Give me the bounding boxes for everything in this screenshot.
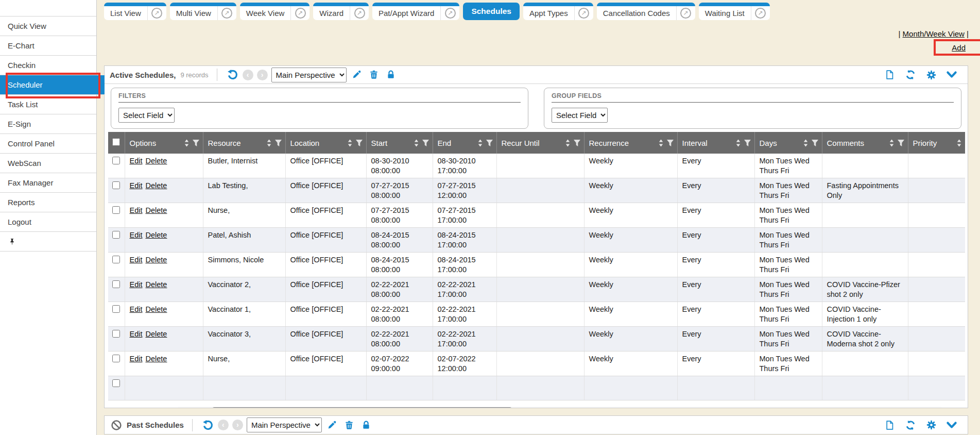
sort-icon[interactable] — [956, 139, 962, 147]
gear-icon[interactable] — [924, 419, 938, 431]
filter-icon[interactable] — [573, 139, 581, 147]
edit-perspective-icon[interactable] — [350, 69, 364, 81]
pin-icon[interactable] — [8, 236, 16, 247]
edit-link[interactable]: Edit — [130, 305, 143, 313]
column-header-interval[interactable]: Interval — [677, 132, 754, 154]
group-field-select[interactable]: Select Field — [552, 108, 608, 123]
tab-appt-types[interactable]: Appt Types↗ — [523, 3, 593, 20]
filters-field-select[interactable]: Select Field — [118, 108, 175, 123]
delete-link[interactable]: Delete — [146, 206, 167, 214]
edit-link[interactable]: Edit — [130, 330, 143, 338]
open-new-window-icon[interactable]: ↗ — [218, 8, 236, 19]
delete-perspective-icon[interactable] — [342, 419, 356, 431]
new-document-icon[interactable] — [883, 419, 897, 431]
row-checkbox[interactable] — [112, 280, 120, 288]
sort-icon[interactable] — [184, 139, 190, 147]
sidebar-item-e-sign[interactable]: E-Sign — [0, 114, 96, 134]
open-new-window-icon[interactable]: ↗ — [677, 8, 695, 19]
lock-icon[interactable] — [384, 69, 398, 81]
open-new-window-icon[interactable]: ↗ — [751, 8, 770, 19]
column-header-priority[interactable]: Priority — [908, 132, 965, 154]
row-checkbox[interactable] — [112, 256, 120, 263]
sort-icon[interactable] — [565, 139, 571, 147]
delete-link[interactable]: Delete — [146, 181, 167, 190]
edit-link[interactable]: Edit — [130, 157, 143, 165]
column-header-days[interactable]: Days — [754, 132, 822, 154]
filter-icon[interactable] — [744, 139, 751, 147]
sort-icon[interactable] — [477, 139, 483, 147]
filter-icon[interactable] — [422, 139, 429, 147]
next-page-icon[interactable]: › — [232, 420, 243, 430]
sidebar-item-quick-view[interactable]: Quick View — [0, 16, 96, 36]
column-header-recurrence[interactable]: Recurrence — [584, 132, 677, 154]
undo-icon[interactable] — [226, 69, 239, 81]
column-header-recur-until[interactable]: Recur Until — [496, 132, 584, 154]
row-checkbox[interactable] — [112, 181, 120, 189]
row-checkbox[interactable] — [112, 157, 120, 164]
scrollbar-thumb[interactable] — [211, 407, 513, 409]
prev-page-icon[interactable]: ‹ — [218, 420, 229, 430]
sort-icon[interactable] — [889, 139, 895, 147]
filter-icon[interactable] — [897, 139, 905, 147]
prev-page-icon[interactable]: ‹ — [243, 70, 253, 80]
filter-icon[interactable] — [355, 139, 363, 147]
column-header-start[interactable]: Start — [366, 132, 433, 154]
tab-wizard[interactable]: Wizard↗ — [313, 3, 369, 20]
sidebar-item-control-panel[interactable]: Control Panel — [0, 134, 96, 154]
scroll-left-icon[interactable]: ◄ — [167, 407, 174, 409]
filter-icon[interactable] — [192, 139, 200, 147]
sidebar-item-reports[interactable]: Reports — [0, 193, 96, 212]
tab-waiting-list[interactable]: Waiting List↗ — [699, 3, 770, 20]
sidebar-item-checkin[interactable]: Checkin — [0, 56, 96, 75]
column-header-options[interactable]: Options — [125, 132, 203, 154]
delete-link[interactable]: Delete — [146, 256, 167, 264]
tab-pat-appt-wizard[interactable]: Pat/Appt Wizard↗ — [372, 3, 459, 20]
edit-link[interactable]: Edit — [130, 256, 143, 264]
column-header-resource[interactable]: Resource — [203, 132, 285, 154]
row-checkbox[interactable] — [112, 305, 120, 313]
row-checkbox[interactable] — [112, 330, 120, 338]
filter-icon[interactable] — [666, 139, 674, 147]
sort-icon[interactable] — [414, 139, 419, 147]
lock-icon[interactable] — [359, 419, 373, 431]
column-header-comments[interactable]: Comments — [822, 132, 908, 154]
sidebar-item-e-chart[interactable]: E-Chart — [0, 36, 96, 56]
delete-link[interactable]: Delete — [146, 305, 167, 313]
refresh-icon[interactable] — [904, 419, 917, 431]
edit-link[interactable]: Edit — [130, 181, 143, 190]
filter-icon[interactable] — [965, 139, 966, 147]
sidebar-item-fax-manager[interactable]: Fax Manager — [0, 173, 96, 193]
tab-week-view[interactable]: Week View↗ — [240, 3, 310, 20]
tab-schedules[interactable]: Schedules — [463, 3, 520, 20]
edit-link[interactable]: Edit — [130, 280, 143, 289]
open-new-window-icon[interactable]: ↗ — [350, 8, 369, 19]
delete-link[interactable]: Delete — [146, 355, 167, 363]
row-checkbox[interactable] — [112, 355, 120, 362]
row-checkbox[interactable] — [112, 206, 120, 214]
add-link[interactable]: Add — [952, 43, 966, 52]
tab-multi-view[interactable]: Multi View↗ — [170, 3, 236, 20]
edit-perspective-icon[interactable] — [325, 419, 339, 431]
edit-link[interactable]: Edit — [130, 231, 143, 239]
row-checkbox[interactable] — [112, 231, 120, 239]
delete-link[interactable]: Delete — [146, 231, 167, 239]
row-checkbox[interactable] — [112, 379, 120, 387]
filter-icon[interactable] — [486, 139, 493, 147]
sort-icon[interactable] — [347, 139, 353, 147]
sidebar-item-webscan[interactable]: WebScan — [0, 154, 96, 173]
delete-link[interactable]: Delete — [146, 280, 167, 289]
refresh-icon[interactable] — [904, 69, 917, 81]
sidebar-item-scheduler[interactable]: Scheduler — [0, 75, 105, 95]
delete-link[interactable]: Delete — [146, 330, 167, 338]
month-week-view-link[interactable]: Month/Week View — [903, 29, 965, 38]
sort-icon[interactable] — [658, 139, 664, 147]
scrollbar-track[interactable] — [178, 406, 941, 409]
filter-icon[interactable] — [811, 139, 819, 147]
edit-link[interactable]: Edit — [130, 355, 143, 363]
sort-icon[interactable] — [266, 139, 272, 147]
open-new-window-icon[interactable]: ↗ — [291, 8, 310, 19]
collapse-chevron-icon[interactable] — [945, 419, 958, 431]
sidebar-pin-row[interactable] — [0, 232, 96, 252]
new-document-icon[interactable] — [883, 69, 897, 81]
column-header-location[interactable]: Location — [285, 132, 366, 154]
